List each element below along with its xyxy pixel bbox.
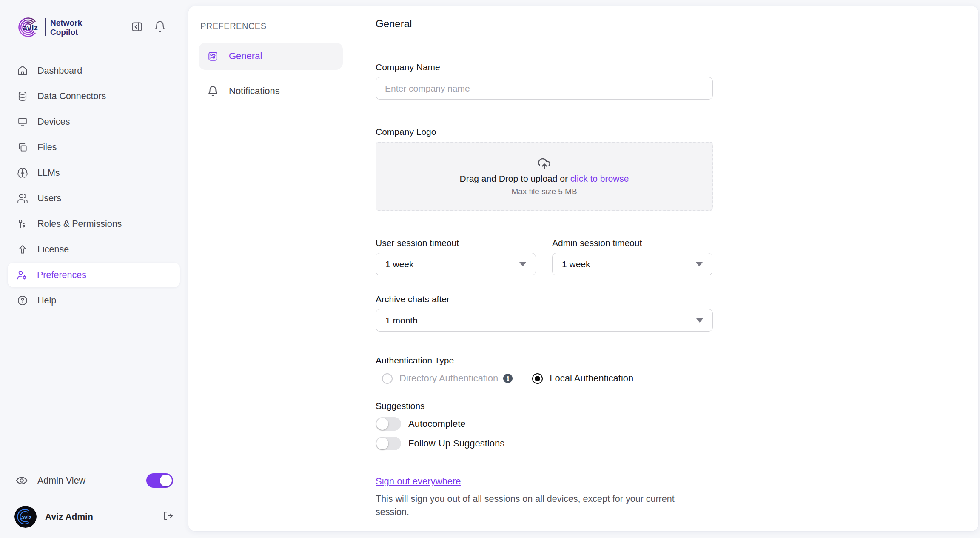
- company-name-input[interactable]: [376, 77, 713, 100]
- header-icons: [131, 20, 166, 33]
- users-icon: [17, 193, 28, 204]
- sidebar-item-llms[interactable]: LLMs: [0, 160, 188, 186]
- files-icon: [17, 142, 28, 153]
- user-session-select[interactable]: 1 week: [376, 253, 536, 275]
- user-name: Aviz Admin: [45, 512, 93, 522]
- monitor-icon: [17, 116, 28, 127]
- sidebar-item-label: LLMs: [37, 168, 60, 178]
- company-logo-section: Company Logo Drag and Drop to upload or …: [376, 127, 957, 211]
- followup-toggle[interactable]: [376, 437, 401, 450]
- admin-view-toggle[interactable]: [146, 473, 173, 488]
- directory-auth-label: Directory Authentication: [399, 373, 498, 384]
- sidebar-item-license[interactable]: License: [0, 237, 188, 262]
- logo-dropzone[interactable]: Drag and Drop to upload or click to brow…: [376, 142, 713, 211]
- prefs-tab-notifications[interactable]: Notifications: [199, 77, 343, 105]
- autocomplete-label: Autocomplete: [408, 418, 466, 429]
- prefs-tab-label: Notifications: [229, 86, 280, 97]
- user-session-label: User session timeout: [376, 238, 536, 248]
- followup-row: Follow-Up Suggestions: [376, 437, 957, 450]
- sidebar-item-preferences[interactable]: Preferences: [8, 263, 180, 287]
- user-gear-icon: [17, 269, 28, 280]
- svg-text:Network: Network: [50, 18, 82, 27]
- user-session-value: 1 week: [385, 259, 414, 269]
- general-form: Company Name Company Logo Drag and Drop …: [354, 42, 978, 519]
- prefs-tab-general[interactable]: General: [199, 43, 343, 70]
- brand-row: aviz Network Copilot: [0, 0, 188, 40]
- local-auth-label: Local Authentication: [550, 373, 633, 384]
- database-icon: [17, 91, 28, 102]
- max-file-size-text: Max file size 5 MB: [511, 187, 577, 196]
- chevron-down-icon: [519, 262, 526, 266]
- sidebar-item-label: Roles & Permissions: [37, 219, 122, 229]
- info-icon[interactable]: i: [503, 374, 513, 383]
- admin-session-select[interactable]: 1 week: [552, 253, 712, 275]
- signout-section: Sign out everywhere This will sign you o…: [376, 476, 957, 519]
- app-root: aviz Network Copilot: [0, 0, 980, 538]
- archive-field: Archive chats after 1 month: [376, 294, 957, 332]
- local-auth-radio[interactable]: [532, 373, 543, 384]
- toggle-knob: [376, 418, 388, 430]
- sidebar-item-label: Dashboard: [37, 66, 82, 76]
- admin-view-label: Admin View: [37, 475, 85, 486]
- svg-text:Copilot: Copilot: [50, 28, 78, 37]
- logout-icon: [162, 510, 174, 522]
- company-name-section: Company Name: [376, 62, 957, 100]
- company-name-label: Company Name: [376, 62, 957, 72]
- local-auth-group: Local Authentication: [532, 373, 633, 384]
- logout-button[interactable]: [162, 510, 174, 524]
- sidebar-item-help[interactable]: Help: [0, 288, 188, 313]
- sidebar-spacer: [0, 313, 188, 466]
- signout-everywhere-link[interactable]: Sign out everywhere: [376, 476, 461, 487]
- avatar: aviz: [14, 506, 37, 528]
- archive-select[interactable]: 1 month: [376, 309, 713, 332]
- page-title: General: [354, 6, 978, 42]
- svg-text:aviz: aviz: [21, 514, 32, 521]
- arrow-up-icon: [17, 244, 28, 255]
- company-logo-label: Company Logo: [376, 127, 957, 137]
- chevron-down-icon: [696, 318, 703, 323]
- roles-icon: [17, 218, 28, 229]
- signout-description: This will sign you out of all sessions o…: [376, 492, 707, 519]
- suggestions-section: Suggestions Autocomplete Follow-Up Sugge…: [376, 401, 957, 450]
- toggle-knob: [376, 438, 388, 449]
- user-row: aviz Aviz Admin: [0, 495, 188, 538]
- admin-session-label: Admin session timeout: [552, 238, 712, 248]
- preferences-panel: PREFERENCES General Notifications: [188, 6, 354, 531]
- session-timeouts-row: User session timeout 1 week Admin sessio…: [376, 238, 957, 275]
- toggle-knob: [160, 475, 172, 486]
- auth-type-section: Authentication Type Directory Authentica…: [376, 355, 957, 384]
- sidebar-item-users[interactable]: Users: [0, 186, 188, 211]
- sidebar-item-dashboard[interactable]: Dashboard: [0, 58, 188, 83]
- chevron-down-icon: [696, 262, 703, 266]
- svg-text:aviz: aviz: [23, 23, 38, 32]
- admin-session-field: Admin session timeout 1 week: [552, 238, 712, 275]
- aviz-network-copilot-logo: aviz Network Copilot: [15, 14, 99, 40]
- brain-icon: [17, 167, 28, 178]
- sidebar-item-roles-permissions[interactable]: Roles & Permissions: [0, 211, 188, 237]
- sidebar-item-devices[interactable]: Devices: [0, 109, 188, 134]
- cloud-upload-icon: [537, 156, 552, 171]
- drag-drop-text: Drag and Drop to upload or: [459, 174, 568, 183]
- sidebar-item-label: Help: [37, 295, 56, 306]
- admin-view-row: Admin View: [0, 466, 188, 495]
- archive-value: 1 month: [385, 315, 418, 326]
- followup-label: Follow-Up Suggestions: [408, 438, 504, 449]
- prefs-tab-label: General: [229, 51, 262, 62]
- click-to-browse-link[interactable]: click to browse: [570, 174, 629, 183]
- autocomplete-toggle[interactable]: [376, 417, 401, 431]
- collapse-sidebar-icon[interactable]: [131, 20, 143, 33]
- sidebar-item-files[interactable]: Files: [0, 134, 188, 160]
- auth-radio-row: Directory Authentication i Local Authent…: [376, 373, 957, 384]
- directory-auth-radio[interactable]: [382, 373, 393, 384]
- user-session-field: User session timeout 1 week: [376, 238, 536, 275]
- sidebar-item-label: Devices: [37, 117, 70, 127]
- content-card: PREFERENCES General Notifications: [188, 6, 978, 531]
- auth-type-label: Authentication Type: [376, 355, 957, 366]
- sidebar: aviz Network Copilot: [0, 0, 188, 538]
- notifications-bell-icon[interactable]: [154, 20, 166, 33]
- sidebar-item-data-connectors[interactable]: Data Connectors: [0, 83, 188, 109]
- main-panel: General Company Name Company Logo: [354, 6, 978, 531]
- bell-icon: [207, 86, 219, 97]
- archive-label: Archive chats after: [376, 294, 957, 304]
- suggestions-label: Suggestions: [376, 401, 957, 411]
